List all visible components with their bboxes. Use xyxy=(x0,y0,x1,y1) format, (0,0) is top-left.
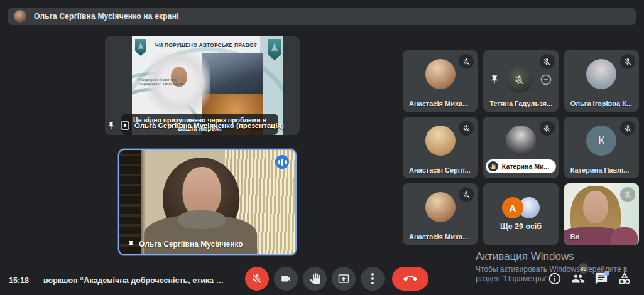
overflow-count-label: Ще 29 осіб xyxy=(483,222,558,231)
participant-tile[interactable]: Анастасія Миха... xyxy=(403,50,478,112)
mic-muted-icon xyxy=(459,187,474,202)
mic-muted-icon xyxy=(540,121,555,136)
speaker-video-tile[interactable]: Ольга Сергіївна Мусіяченко xyxy=(118,149,297,255)
slide-photo-portrait xyxy=(147,54,210,122)
slide-photo-war xyxy=(202,53,263,94)
mic-muted-icon xyxy=(459,121,474,136)
participant-name: Анастасія Сергії... xyxy=(409,166,472,174)
raise-hand-button[interactable] xyxy=(303,267,327,291)
meeting-title: воркшоп “Академічна доброчесність, етика… xyxy=(43,276,224,285)
meeting-details-button[interactable] xyxy=(548,272,562,286)
self-video-tile[interactable]: Ви xyxy=(564,183,639,245)
divider xyxy=(36,276,36,285)
participant-tile[interactable]: Катерина Ми... xyxy=(483,117,558,178)
participant-tile[interactable]: Анастасія Сергії... xyxy=(403,117,478,178)
speaking-indicator-icon xyxy=(275,155,289,169)
right-panel-buttons: 39 xyxy=(548,272,631,286)
present-in-tile-icon[interactable] xyxy=(120,121,130,131)
chat-button[interactable] xyxy=(594,272,608,286)
hand-raised-pill: Катерина Ми... xyxy=(486,159,556,173)
participant-name: Ви xyxy=(570,233,634,240)
presenter-avatar xyxy=(14,10,26,23)
mic-mute-button[interactable] xyxy=(245,267,269,291)
university-emblem-icon xyxy=(135,39,146,56)
participant-name: Катерина Павлі... xyxy=(570,166,634,174)
people-icon xyxy=(571,272,585,286)
speaker-label-row: Ольга Сергіївна Мусіяченко xyxy=(127,240,243,249)
present-screen-icon xyxy=(338,273,349,284)
call-controls xyxy=(245,267,428,291)
participants-grid: Анастасія Миха... Тетяна Гадульзя... Оль… xyxy=(403,50,639,245)
participant-count-badge: 39 xyxy=(578,263,589,274)
participant-tile[interactable]: К Катерина Павлі... xyxy=(564,117,639,178)
pin-icon[interactable] xyxy=(127,240,135,249)
participant-name: Анастасія Миха... xyxy=(409,233,472,240)
camera-button[interactable] xyxy=(274,267,298,291)
tile-hover-controls xyxy=(483,67,558,93)
hand-raised-icon xyxy=(488,161,498,171)
participant-tile[interactable]: Тетяна Гадульзя... xyxy=(483,50,558,112)
activities-icon xyxy=(618,272,631,286)
activities-button[interactable] xyxy=(618,272,631,286)
participant-name: Катерина Ми... xyxy=(502,163,549,170)
avatar xyxy=(425,126,456,156)
participant-name: Тетяна Гадульзя... xyxy=(489,100,553,107)
participant-name: Ольга Ігорівна К... xyxy=(570,100,634,107)
pin-icon[interactable] xyxy=(107,121,116,130)
participant-tile[interactable]: Анастасія Миха... xyxy=(403,183,478,245)
remove-participant-icon[interactable] xyxy=(540,73,552,86)
meeting-info: 15:18 воркшоп “Академічна доброчесність,… xyxy=(9,276,224,285)
more-options-icon xyxy=(371,273,374,284)
participant-name: Анастасія Миха... xyxy=(409,100,472,107)
slide-title: ЧИ ПОРУШЕНО АВТОРСЬКЕ ПРАВО? xyxy=(148,42,264,48)
overflow-avatars: A xyxy=(502,197,540,218)
avatar xyxy=(506,126,536,156)
muted-avatar xyxy=(506,67,533,93)
chat-unread-dot xyxy=(604,271,609,276)
speaker-video-bookshelf xyxy=(119,150,141,254)
avatar xyxy=(586,59,616,89)
end-call-button[interactable] xyxy=(392,267,428,291)
call-end-icon xyxy=(403,272,417,286)
avatar xyxy=(425,59,456,89)
info-icon xyxy=(548,272,562,286)
speaker-person-scarf xyxy=(178,210,226,229)
present-screen-button[interactable] xyxy=(332,267,356,291)
watermark-title: Активация Windows xyxy=(476,250,627,263)
presenting-banner-text: Ольга Сергіївна Мусіяченко на екрані xyxy=(34,12,179,21)
more-options-button[interactable] xyxy=(361,267,385,291)
self-person-face xyxy=(583,191,608,223)
mic-muted-icon xyxy=(620,187,635,202)
show-participants-button[interactable]: 39 xyxy=(571,272,585,286)
slide-body-text: У соцмережі (Інстаграм) зображення от та… xyxy=(138,78,200,87)
presentation-label-row: Ольга Сергіївна Мусіяченко (презентація) xyxy=(107,121,284,131)
speaker-name-label: Ольга Сергіївна Мусіяченко xyxy=(139,240,243,249)
avatar xyxy=(425,192,456,222)
mic-muted-icon xyxy=(540,54,555,69)
mic-muted-icon xyxy=(620,121,635,136)
initial-avatar: К xyxy=(586,126,616,156)
camera-icon xyxy=(280,273,292,284)
presentation-name-label: Ольга Сергіївна Мусіяченко (презентація) xyxy=(134,122,284,129)
initial-avatar: A xyxy=(502,197,523,218)
hand-icon xyxy=(309,273,320,284)
pin-icon[interactable] xyxy=(489,75,499,85)
mic-off-icon xyxy=(251,273,263,284)
presenting-banner: Ольга Сергіївна Мусіяченко на екрані xyxy=(8,8,636,25)
clock-time: 15:18 xyxy=(9,276,29,285)
participant-tile[interactable]: Ольга Ігорівна К... xyxy=(564,50,639,112)
mic-muted-icon xyxy=(459,54,474,69)
overflow-participants-tile[interactable]: A Ще 29 осіб xyxy=(483,183,558,245)
mic-muted-icon xyxy=(620,54,635,69)
